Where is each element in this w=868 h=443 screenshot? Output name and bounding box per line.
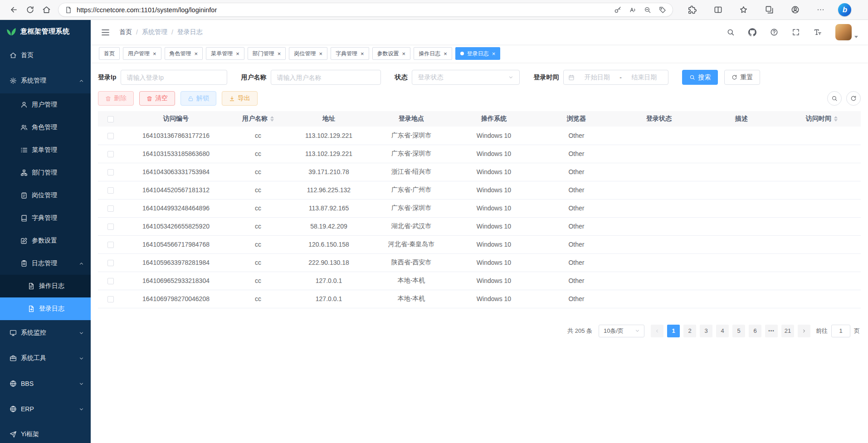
tab-close-icon[interactable]: × xyxy=(236,51,239,57)
tab-close-icon[interactable]: × xyxy=(444,51,447,57)
pagination-more-button[interactable]: ••• xyxy=(765,325,778,337)
font-size-icon[interactable] xyxy=(814,28,822,36)
pagination-page-2[interactable]: 2 xyxy=(683,325,696,337)
tab-close-icon[interactable]: × xyxy=(402,51,406,57)
sidebar-item-user-mgmt[interactable]: 用户管理 xyxy=(0,93,91,116)
tab-home[interactable]: 首页 xyxy=(99,47,120,60)
tab-close-icon[interactable]: × xyxy=(278,51,281,57)
row-checkbox[interactable] xyxy=(107,224,114,230)
sidebar-item-erp[interactable]: ERP xyxy=(0,396,91,422)
sidebar-item-log-mgmt[interactable]: 日志管理 xyxy=(0,252,91,275)
export-button[interactable]: 导出 xyxy=(222,91,258,106)
tab-close-icon[interactable]: × xyxy=(361,51,364,57)
clear-button[interactable]: 清空 xyxy=(139,91,175,106)
unlock-button[interactable]: 解锁 xyxy=(180,91,216,106)
read-aloud-icon[interactable] xyxy=(629,6,636,14)
table-row[interactable]: 1641044993248464896cc113.87.92.165广东省-深圳… xyxy=(98,199,861,217)
tab-param-settings[interactable]: 参数设置× xyxy=(372,47,411,60)
browser-menu-button[interactable] xyxy=(813,2,829,18)
select-all-checkbox[interactable] xyxy=(107,116,114,122)
table-row[interactable]: 1641031533185863680cc113.102.129.221广东省-… xyxy=(98,145,861,163)
sidebar-item-post-mgmt[interactable]: 岗位管理 xyxy=(0,184,91,207)
tab-dept-mgmt[interactable]: 部门管理× xyxy=(248,47,286,60)
zoom-out-icon[interactable] xyxy=(644,6,651,14)
pagination-page-5[interactable]: 5 xyxy=(732,325,745,337)
collections-button[interactable] xyxy=(761,2,778,18)
tab-close-icon[interactable]: × xyxy=(153,51,156,57)
tab-login-log[interactable]: 登录日志× xyxy=(455,47,501,60)
toggle-search-button[interactable] xyxy=(827,91,842,106)
column-header-visit-time[interactable]: 访问时间 xyxy=(783,111,861,127)
sidebar-toggle-icon[interactable] xyxy=(101,28,110,37)
breadcrumb-item[interactable]: 系统管理 xyxy=(142,28,167,36)
row-checkbox[interactable] xyxy=(107,296,114,302)
refresh-table-button[interactable] xyxy=(846,91,861,106)
browser-back-button[interactable] xyxy=(5,2,22,18)
sidebar-item-bbs[interactable]: BBS xyxy=(0,371,91,396)
row-checkbox[interactable] xyxy=(107,260,114,266)
pagination-page-3[interactable]: 3 xyxy=(700,325,712,337)
sidebar-item-param-settings[interactable]: 参数设置 xyxy=(0,229,91,252)
browser-refresh-button[interactable] xyxy=(22,2,38,18)
copilot-button[interactable]: b xyxy=(838,3,851,16)
pagination-page-4[interactable]: 4 xyxy=(716,325,729,337)
split-screen-button[interactable] xyxy=(710,2,726,18)
browser-home-button[interactable] xyxy=(38,2,54,18)
sidebar-item-menu-mgmt[interactable]: 菜单管理 xyxy=(0,139,91,161)
row-checkbox[interactable] xyxy=(107,205,114,212)
row-checkbox[interactable] xyxy=(107,187,114,194)
status-select[interactable]: 登录状态 xyxy=(412,70,520,85)
table-row[interactable]: 1641031367863177216cc113.102.129.221广东省-… xyxy=(98,127,861,145)
pagination-page-6[interactable]: 6 xyxy=(749,325,761,337)
pagination-page-21[interactable]: 21 xyxy=(781,325,794,337)
pagination-next-button[interactable] xyxy=(798,325,810,337)
extensions-button[interactable] xyxy=(684,2,701,18)
browser-profile-button[interactable] xyxy=(787,2,803,18)
pagination-page-1[interactable]: 1 xyxy=(667,325,680,337)
row-checkbox[interactable] xyxy=(107,151,114,157)
tab-menu-mgmt[interactable]: 菜单管理× xyxy=(206,47,244,60)
table-row[interactable]: 1641044520567181312cc112.96.225.132广东省-广… xyxy=(98,181,861,199)
sidebar-item-system-tools[interactable]: 系统工具 xyxy=(0,346,91,371)
sidebar-item-home[interactable]: 首页 xyxy=(0,43,91,68)
tab-close-icon[interactable]: × xyxy=(195,51,198,57)
login-time-range-picker[interactable]: 开始日期 - 结束日期 xyxy=(563,70,668,85)
fullscreen-icon[interactable] xyxy=(792,28,800,36)
pagination-prev-button[interactable] xyxy=(651,325,663,337)
login-ip-input[interactable] xyxy=(121,70,227,85)
row-checkbox[interactable] xyxy=(107,169,114,175)
tab-close-icon[interactable]: × xyxy=(319,51,322,57)
table-row[interactable]: 1641069652933218304cc127.0.0.1本地-本机Windo… xyxy=(98,272,861,290)
user-avatar[interactable] xyxy=(835,24,858,40)
table-row[interactable]: 1641053426655825920cc58.19.42.209湖北省-武汉市… xyxy=(98,217,861,235)
sidebar-item-yi-framework[interactable]: Yi框架 xyxy=(0,422,91,443)
sidebar-item-system-monitor[interactable]: 系统监控 xyxy=(0,320,91,346)
breadcrumb-item[interactable]: 首页 xyxy=(119,28,132,36)
tab-post-mgmt[interactable]: 岗位管理× xyxy=(289,47,327,60)
tab-user-mgmt[interactable]: 用户管理× xyxy=(123,47,161,60)
tab-dict-mgmt[interactable]: 字典管理× xyxy=(331,47,369,60)
sort-carets-icon[interactable] xyxy=(270,116,274,122)
sidebar-item-dept-mgmt[interactable]: 部门管理 xyxy=(0,161,91,184)
row-checkbox[interactable] xyxy=(107,133,114,139)
header-search-icon[interactable] xyxy=(727,28,735,36)
sort-carets-icon[interactable] xyxy=(834,116,838,122)
sidebar-item-system-mgmt[interactable]: 系统管理 xyxy=(0,68,91,93)
help-icon[interactable] xyxy=(770,28,778,36)
table-row[interactable]: 1641069798270046208cc127.0.0.1本地-本机Windo… xyxy=(98,290,861,308)
sidebar-item-role-mgmt[interactable]: 角色管理 xyxy=(0,116,91,139)
user-name-input[interactable] xyxy=(271,70,381,85)
reset-button[interactable]: 重置 xyxy=(724,70,760,85)
tab-close-icon[interactable]: × xyxy=(492,51,496,57)
row-checkbox[interactable] xyxy=(107,242,114,248)
sidebar-item-operation-log[interactable]: 操作日志 xyxy=(0,275,91,297)
key-icon[interactable] xyxy=(614,6,621,14)
search-button[interactable]: 搜索 xyxy=(682,70,718,85)
column-header-user-name[interactable]: 用户名称 xyxy=(229,111,288,127)
delete-button[interactable]: 删除 xyxy=(98,91,134,106)
table-row[interactable]: 1641043063331753984cc39.171.210.78浙江省-绍兴… xyxy=(98,163,861,181)
goto-page-input[interactable] xyxy=(831,325,850,337)
deals-icon[interactable] xyxy=(659,6,666,14)
table-row[interactable]: 1641054566717984768cc120.6.150.158河北省-秦皇… xyxy=(98,235,861,253)
row-checkbox[interactable] xyxy=(107,278,114,284)
